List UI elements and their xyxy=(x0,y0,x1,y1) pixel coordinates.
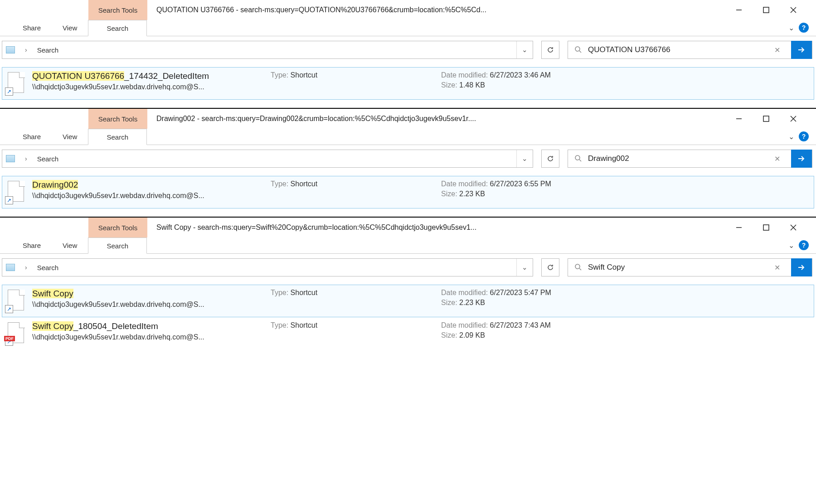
address-dropdown-icon[interactable]: ⌄ xyxy=(516,41,533,58)
help-icon[interactable]: ? xyxy=(799,131,809,141)
address-bar[interactable]: ›Search⌄ xyxy=(2,41,533,59)
ribbon-right: ⌄? xyxy=(788,240,809,250)
ribbon: ShareViewSearch⌄? xyxy=(0,237,816,254)
ribbon-tab-view[interactable]: View xyxy=(52,237,88,254)
svg-rect-15 xyxy=(763,225,769,230)
result-main: Drawing002\\dhqidctjo3ugevk9u5sev1r.webd… xyxy=(32,180,263,200)
minimize-button[interactable] xyxy=(725,0,753,20)
address-bar[interactable]: ›Search⌄ xyxy=(2,150,533,168)
result-row[interactable]: ↗QUOTATION U3766766_174432_DeletedItem\\… xyxy=(2,67,814,100)
minimize-button[interactable] xyxy=(725,109,753,129)
refresh-button[interactable] xyxy=(541,150,559,168)
refresh-button[interactable] xyxy=(541,258,559,276)
address-dropdown-icon[interactable]: ⌄ xyxy=(516,150,533,167)
size-label: Size: xyxy=(441,331,459,339)
search-icon xyxy=(574,155,582,163)
titlebar: Search ToolsDrawing002 - search-ms:query… xyxy=(0,109,816,129)
ribbon-tab-search[interactable]: Search xyxy=(88,129,147,145)
clear-search-icon[interactable]: ✕ xyxy=(770,155,785,163)
address-search-row: ›Search⌄QUOTATION U3766766✕ xyxy=(0,36,816,63)
maximize-button[interactable] xyxy=(753,0,780,20)
explorer-window: Search ToolsSwift Copy - search-ms:query… xyxy=(0,218,816,358)
minimize-button[interactable] xyxy=(725,218,753,237)
window-title: Swift Copy - search-ms:query=Swift%20Cop… xyxy=(156,223,725,232)
search-icon xyxy=(574,263,582,272)
ribbon-tab-search[interactable]: Search xyxy=(88,20,147,36)
ribbon-collapse-icon[interactable]: ⌄ xyxy=(788,24,794,32)
search-results: ↗Swift Copy\\dhqidctjo3ugevk9u5sev1r.web… xyxy=(0,281,816,358)
ribbon-tab-view[interactable]: View xyxy=(52,20,88,36)
ribbon-tab-view[interactable]: View xyxy=(52,129,88,145)
size-label: Size: xyxy=(441,190,459,198)
date-value: 6/27/2023 3:46 AM xyxy=(490,71,551,79)
maximize-button[interactable] xyxy=(753,218,780,237)
search-go-button[interactable] xyxy=(791,258,812,276)
explorer-window: Search ToolsQUOTATION U3766766 - search-… xyxy=(0,0,816,109)
refresh-button[interactable] xyxy=(541,41,559,59)
explorer-window: Search ToolsDrawing002 - search-ms:query… xyxy=(0,109,816,218)
address-dropdown-icon[interactable]: ⌄ xyxy=(516,259,533,276)
date-value: 6/27/2023 5:47 PM xyxy=(490,289,551,296)
close-button[interactable] xyxy=(780,0,807,20)
search-go-button[interactable] xyxy=(791,41,812,59)
svg-line-19 xyxy=(579,268,581,270)
ribbon-tab-share[interactable]: Share xyxy=(12,20,52,36)
contextual-tab-search-tools: Search Tools xyxy=(88,218,147,237)
result-path: \\dhqidctjo3ugevk9u5sev1r.webdav.drivehq… xyxy=(32,83,263,91)
ribbon-right: ⌄? xyxy=(788,23,809,33)
breadcrumb[interactable]: Search xyxy=(37,155,512,163)
filename-rest: _180504_DeletedItem xyxy=(73,321,158,331)
window-title: Drawing002 - search-ms:query=Drawing002&… xyxy=(156,115,725,123)
date-label: Date modified: xyxy=(441,180,490,188)
clear-search-icon[interactable]: ✕ xyxy=(770,263,785,272)
address-search-row: ›Search⌄Swift Copy✕ xyxy=(0,254,816,281)
date-label: Date modified: xyxy=(441,321,490,329)
type-label: Type: xyxy=(271,289,291,296)
ribbon-tab-share[interactable]: Share xyxy=(12,237,52,254)
search-box[interactable]: Swift Copy✕ xyxy=(568,258,812,276)
breadcrumb[interactable]: Search xyxy=(37,46,512,54)
close-button[interactable] xyxy=(780,218,807,237)
breadcrumb[interactable]: Search xyxy=(37,264,512,271)
type-value: Shortcut xyxy=(291,289,318,296)
result-type: Type: Shortcut xyxy=(271,321,434,330)
contextual-tab-search-tools: Search Tools xyxy=(88,109,147,129)
result-type: Type: Shortcut xyxy=(271,289,434,297)
window-controls xyxy=(725,218,816,237)
search-query[interactable]: Swift Copy xyxy=(588,263,763,272)
ribbon-collapse-icon[interactable]: ⌄ xyxy=(788,241,794,250)
date-label: Date modified: xyxy=(441,71,490,79)
search-box[interactable]: Drawing002✕ xyxy=(568,150,812,168)
size-label: Size: xyxy=(441,299,459,306)
result-path: \\dhqidctjo3ugevk9u5sev1r.webdav.drivehq… xyxy=(32,300,263,309)
search-box[interactable]: QUOTATION U3766766✕ xyxy=(568,41,812,59)
titlebar: Search ToolsSwift Copy - search-ms:query… xyxy=(0,218,816,237)
result-filename: Swift Copy_180504_DeletedItem xyxy=(32,321,263,331)
chevron-right-icon: › xyxy=(19,155,33,162)
chevron-right-icon: › xyxy=(19,46,33,53)
clear-search-icon[interactable]: ✕ xyxy=(770,46,785,54)
result-row[interactable]: ↗PDFSwift Copy_180504_DeletedItem\\dhqid… xyxy=(2,317,814,350)
search-results: ↗QUOTATION U3766766_174432_DeletedItem\\… xyxy=(0,63,816,108)
search-query[interactable]: Drawing002 xyxy=(588,154,763,163)
result-row[interactable]: ↗Swift Copy\\dhqidctjo3ugevk9u5sev1r.web… xyxy=(2,285,814,317)
help-icon[interactable]: ? xyxy=(799,240,809,250)
svg-point-18 xyxy=(575,264,580,269)
type-value: Shortcut xyxy=(291,71,318,79)
window-controls xyxy=(725,109,816,129)
result-meta: Date modified: 6/27/2023 7:43 AMSize: 2.… xyxy=(441,321,609,341)
ribbon: ShareViewSearch⌄? xyxy=(0,129,816,145)
ribbon-tab-search[interactable]: Search xyxy=(88,237,147,254)
svg-point-4 xyxy=(575,47,580,51)
ribbon-tab-share[interactable]: Share xyxy=(12,129,52,145)
maximize-button[interactable] xyxy=(753,109,780,129)
help-icon[interactable]: ? xyxy=(799,23,809,33)
search-go-button[interactable] xyxy=(791,150,812,168)
address-bar[interactable]: ›Search⌄ xyxy=(2,258,533,276)
search-query[interactable]: QUOTATION U3766766 xyxy=(588,45,763,54)
result-main: Swift Copy_180504_DeletedItem\\dhqidctjo… xyxy=(32,321,263,341)
result-row[interactable]: ↗Drawing002\\dhqidctjo3ugevk9u5sev1r.web… xyxy=(2,176,814,208)
ribbon-collapse-icon[interactable]: ⌄ xyxy=(788,132,794,141)
titlebar: Search ToolsQUOTATION U3766766 - search-… xyxy=(0,0,816,20)
close-button[interactable] xyxy=(780,109,807,129)
